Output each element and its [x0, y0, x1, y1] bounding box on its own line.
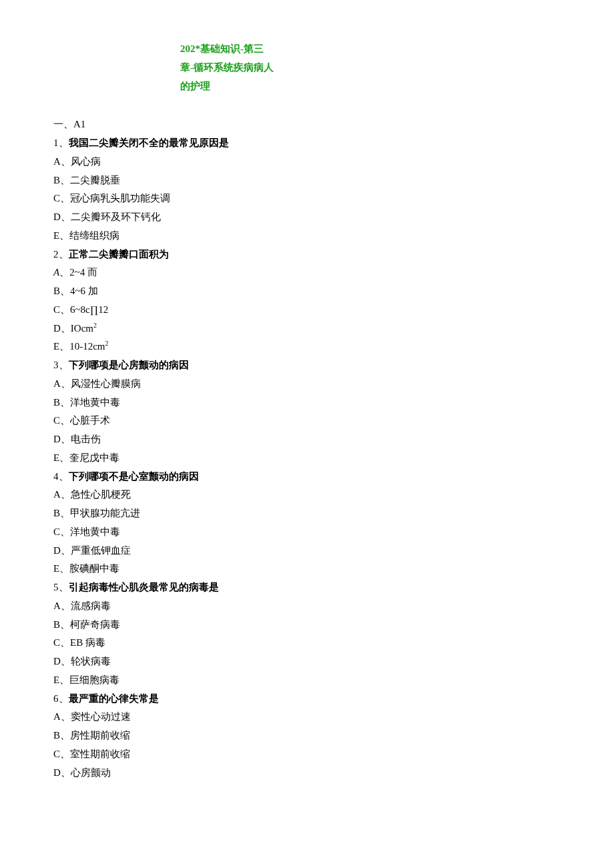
- question-text: 我国二尖瓣关闭不全的最常见原因是: [69, 137, 229, 148]
- option: E、胺碘酮中毒: [53, 560, 561, 578]
- option: D、严重低钾血症: [53, 542, 561, 560]
- option: C、冠心病乳头肌功能失调: [53, 189, 561, 208]
- option: D、电击伤: [53, 430, 561, 449]
- option: B、二尖瓣脱垂: [53, 171, 561, 190]
- question-number: 3、: [53, 360, 69, 370]
- question-number: 5、: [53, 582, 69, 592]
- option: C、洋地黄中毒: [53, 523, 561, 542]
- question-number: 1、: [53, 137, 69, 148]
- question-text: 下列哪项不是心室颤动的病因: [69, 471, 199, 482]
- option: A、风心病: [53, 153, 561, 171]
- option: C、6~8c∏12: [53, 301, 561, 320]
- option: E、结缔组织病: [53, 227, 561, 246]
- option: B、房性期前收缩: [53, 727, 561, 745]
- question-stem: 1、我国二尖瓣关闭不全的最常见原因是: [53, 134, 561, 153]
- title-text: 202*基础知识-第三章-循环系统疾病病人的护理: [180, 43, 274, 91]
- question-stem: 3、下列哪项是心房颤动的病因: [53, 356, 561, 375]
- option-text: 2~4 而: [69, 267, 97, 278]
- section-heading: 一、A1: [53, 115, 561, 134]
- question-text: 引起病毒性心肌炎最常见的病毒是: [69, 582, 219, 592]
- question-stem: 2、正常二尖瓣瓣口面积为: [53, 246, 561, 264]
- question-stem: 6、最严重的心律失常是: [53, 690, 561, 709]
- option: A、窦性心动过速: [53, 708, 561, 727]
- option: D、IOcm2: [53, 320, 561, 338]
- option: D、心房颤动: [53, 764, 561, 783]
- option: A、流感病毒: [53, 597, 561, 616]
- option: A、2~4 而: [53, 264, 561, 282]
- option: B、甲状腺功能亢进: [53, 504, 561, 523]
- option: B、4~6 加: [53, 282, 561, 301]
- question-number: 4、: [53, 471, 69, 482]
- option: E、巨细胞病毒: [53, 671, 561, 690]
- option: D、轮状病毒: [53, 653, 561, 671]
- option: E、10-12cm2: [53, 338, 561, 356]
- option: D、二尖瓣环及环下钙化: [53, 208, 561, 227]
- option: E、奎尼戊中毒: [53, 449, 561, 468]
- option: C、室性期前收缩: [53, 745, 561, 764]
- option: B、洋地黄中毒: [53, 394, 561, 412]
- question-text: 正常二尖瓣瓣口面积为: [69, 249, 169, 260]
- option: C、EB 病毒: [53, 634, 561, 653]
- question-number: 2、: [53, 249, 69, 260]
- option: C、心脏手术: [53, 412, 561, 430]
- option: B、柯萨奇病毒: [53, 616, 561, 634]
- document-title: 202*基础知识-第三章-循环系统疾病病人的护理: [180, 40, 274, 95]
- option: A、急性心肌梗死: [53, 486, 561, 504]
- question-text: 下列哪项是心房颤动的病因: [69, 360, 189, 370]
- question-number: 6、: [53, 693, 69, 704]
- option: A、风湿性心瓣膜病: [53, 375, 561, 394]
- question-text: 最严重的心律失常是: [69, 693, 159, 704]
- question-stem: 5、引起病毒性心肌炎最常见的病毒是: [53, 578, 561, 597]
- question-stem: 4、下列哪项不是心室颤动的病因: [53, 468, 561, 486]
